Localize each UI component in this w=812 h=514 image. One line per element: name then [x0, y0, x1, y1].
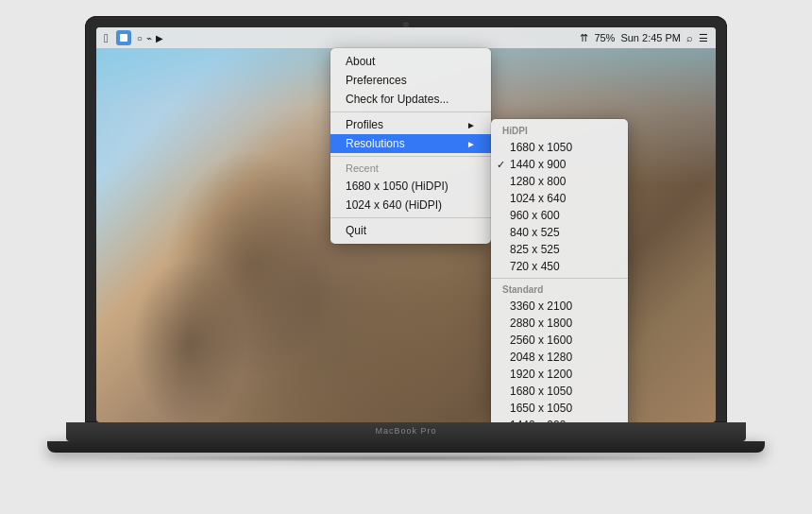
res-960x600[interactable]: 960 x 600 [491, 207, 628, 224]
recent2-label: 1024 x 640 (HiDPI) [346, 198, 442, 212]
res-1280x800-label: 1280 x 800 [510, 175, 566, 188]
time-label: Sun 2:45 PM [620, 32, 681, 43]
macbook-foot [47, 441, 765, 453]
search-icon: ⌕ [686, 32, 693, 43]
res-1440x900b-label: 1440 x 900 [510, 419, 566, 422]
res-2880x1800[interactable]: 2880 x 1800 [491, 315, 628, 332]
menu-item-resolutions[interactable]: Resolutions ► [330, 134, 491, 153]
res-2048x1280-label: 2048 x 1280 [510, 351, 572, 364]
menu-item-profiles[interactable]: Profiles ► [330, 115, 491, 134]
res-720x450[interactable]: 720 x 450 [491, 258, 628, 275]
menu-item-quit[interactable]: Quit [330, 221, 491, 240]
battery-label: 75% [594, 32, 615, 43]
resolutions-arrow: ► [466, 139, 476, 149]
res-1680x1050-label: 1680 x 1050 [510, 141, 572, 154]
res-1440x900-label: 1440 x 900 [510, 158, 566, 171]
main-menu[interactable]: About Preferences Check for Updates... P… [330, 48, 491, 244]
menubar-right: ⇈ 75% Sun 2:45 PM ⌕ ☰ [580, 32, 708, 44]
res-2048x1280[interactable]: 2048 x 1280 [491, 349, 628, 366]
menubar-left:  ○ ⌁ ▶ [104, 30, 163, 45]
menubar-icon4: ▶ [156, 33, 163, 43]
preferences-label: Preferences [346, 74, 407, 87]
res-3360x2100[interactable]: 3360 x 2100 [491, 298, 628, 315]
menu-item-about[interactable]: About [330, 52, 491, 71]
res-825x525-label: 825 x 525 [510, 243, 560, 256]
menubar-icon3: ⌁ [146, 33, 152, 43]
res-720x450-label: 720 x 450 [510, 260, 560, 273]
quit-label: Quit [346, 224, 366, 237]
res-3360x2100-label: 3360 x 2100 [510, 300, 572, 313]
res-1280x800[interactable]: 1280 x 800 [491, 173, 628, 190]
app-icon [116, 30, 131, 45]
res-840x525-label: 840 x 525 [510, 226, 560, 239]
standard-section-label: Standard [491, 282, 628, 298]
menu-item-check-updates[interactable]: Check for Updates... [330, 90, 491, 109]
resolutions-submenu[interactable]: HiDPI 1680 x 1050 1440 x 900 1280 x 800 … [491, 119, 628, 422]
separator-3 [330, 217, 491, 218]
wallpaper:  ○ ⌁ ▶ ⇈ 75% Sun 2:45 PM [96, 27, 716, 422]
wifi-icon: ⇈ [580, 32, 588, 44]
recent1-label: 1680 x 1050 (HiDPI) [346, 180, 448, 193]
menubar:  ○ ⌁ ▶ ⇈ 75% Sun 2:45 PM [96, 27, 716, 48]
list-icon: ☰ [699, 32, 708, 44]
about-label: About [346, 55, 375, 68]
res-825x525[interactable]: 825 x 525 [491, 241, 628, 258]
res-1440x900b[interactable]: 1440 x 900 [491, 417, 628, 422]
res-2560x1600-label: 2560 x 1600 [510, 334, 572, 347]
macbook-screen:  ○ ⌁ ▶ ⇈ 75% Sun 2:45 PM [85, 16, 727, 422]
separator-1 [330, 111, 491, 112]
profiles-label: Profiles [346, 118, 383, 131]
check-updates-label: Check for Updates... [346, 93, 448, 106]
screen-inner:  ○ ⌁ ▶ ⇈ 75% Sun 2:45 PM [96, 27, 716, 422]
res-1440x900[interactable]: 1440 x 900 [491, 156, 628, 173]
submenu-separator [491, 278, 628, 279]
res-1920x1200-label: 1920 x 1200 [510, 368, 572, 381]
svg-rect-0 [120, 34, 127, 42]
macbook-wrapper:  ○ ⌁ ▶ ⇈ 75% Sun 2:45 PM [38, 16, 774, 498]
res-1680x1050b-label: 1680 x 1050 [510, 385, 572, 398]
res-1650x1050-label: 1650 x 1050 [510, 402, 572, 415]
hidpi-section-label: HiDPI [491, 123, 628, 139]
menu-item-recent2[interactable]: 1024 x 640 (HiDPI) [330, 196, 491, 214]
res-1024x640[interactable]: 1024 x 640 [491, 190, 628, 207]
res-2560x1600[interactable]: 2560 x 1600 [491, 332, 628, 349]
res-2880x1800-label: 2880 x 1800 [510, 317, 572, 330]
menubar-icon2: ○ [137, 33, 143, 43]
res-1680x1050[interactable]: 1680 x 1050 [491, 139, 628, 156]
menu-item-preferences[interactable]: Preferences [330, 71, 491, 90]
res-1650x1050[interactable]: 1650 x 1050 [491, 400, 628, 417]
res-1680x1050b[interactable]: 1680 x 1050 [491, 383, 628, 400]
macbook-base [66, 422, 746, 441]
dropdown-container: About Preferences Check for Updates... P… [330, 48, 491, 244]
res-960x600-label: 960 x 600 [510, 209, 560, 222]
resolutions-label: Resolutions [346, 137, 405, 150]
macbook-shadow [85, 454, 727, 462]
separator-2 [330, 156, 491, 157]
res-1024x640-label: 1024 x 640 [510, 192, 566, 205]
res-840x525[interactable]: 840 x 525 [491, 224, 628, 241]
menu-item-recent1[interactable]: 1680 x 1050 (HiDPI) [330, 177, 491, 196]
profiles-arrow: ► [466, 120, 476, 130]
apple-icon:  [104, 31, 109, 45]
res-1920x1200[interactable]: 1920 x 1200 [491, 366, 628, 383]
recent-section-label: Recent [330, 160, 491, 177]
